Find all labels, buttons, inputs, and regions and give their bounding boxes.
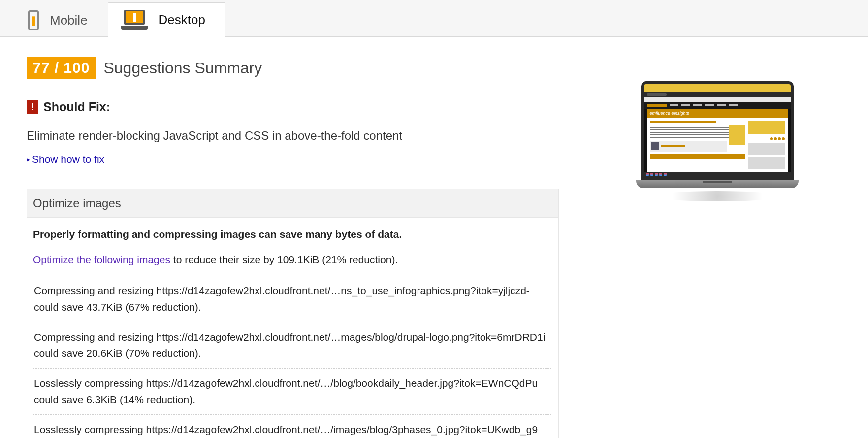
browser-info-bar [644, 84, 791, 92]
site-header-text: emfluence emsights [647, 109, 788, 118]
phone-warning-icon [28, 10, 39, 30]
os-taskbar [644, 172, 791, 177]
tab-desktop[interactable]: Desktop [108, 2, 225, 37]
optimize-images-list: Compressing and resizing https://d14zago… [33, 276, 551, 438]
optimize-images-sub-rest: to reduce their size by 109.1KiB (21% re… [170, 254, 398, 265]
optimize-images-link[interactable]: Optimize the following images [33, 254, 170, 265]
site-nav [644, 102, 791, 109]
optimize-images-lead: Properly formatting and compressing imag… [33, 228, 551, 240]
alert-icon: ! [27, 100, 38, 114]
site-body: emfluence emsights [647, 109, 788, 172]
main-column: 77 / 100 Suggestions Summary ! Should Fi… [0, 37, 566, 438]
list-item: Compressing and resizing https://d14zago… [33, 276, 551, 322]
browser-url-bar [644, 97, 791, 102]
laptop-base [636, 180, 799, 188]
optimize-images-subtext: Optimize the following images to reduce … [33, 254, 551, 266]
should-fix-label: Should Fix: [43, 100, 110, 114]
rule-render-blocking-title: Eliminate render-blocking JavaScript and… [27, 129, 559, 143]
laptop-shadow [653, 191, 781, 201]
show-how-to-fix-link[interactable]: ▸ Show how to fix [27, 154, 104, 165]
tab-mobile-label: Mobile [50, 13, 88, 28]
optimize-images-body: Properly formatting and compressing imag… [27, 218, 559, 438]
score-line: 77 / 100 Suggestions Summary [27, 57, 559, 79]
laptop-warning-icon [121, 10, 148, 30]
list-item: Losslessly compressing https://d14zagofe… [33, 369, 551, 415]
list-item: Compressing and resizing https://d14zago… [33, 322, 551, 369]
browser-tab [644, 92, 791, 97]
laptop-preview: emfluence emsights [636, 81, 799, 438]
optimize-images-header[interactable]: Optimize images [27, 189, 559, 218]
list-item: Losslessly compressing https://d14zagofe… [33, 415, 551, 438]
tab-mobile[interactable]: Mobile [15, 3, 108, 37]
tab-bar: Mobile Desktop [0, 0, 868, 37]
should-fix-header: ! Should Fix: [27, 100, 559, 114]
score-badge: 77 / 100 [27, 57, 96, 79]
triangle-right-icon: ▸ [27, 156, 30, 163]
laptop-screen: emfluence emsights [641, 81, 794, 180]
preview-column: emfluence emsights [566, 37, 868, 438]
summary-title: Suggestions Summary [103, 59, 262, 77]
show-how-label: Show how to fix [32, 154, 104, 165]
tab-desktop-label: Desktop [159, 12, 205, 28]
